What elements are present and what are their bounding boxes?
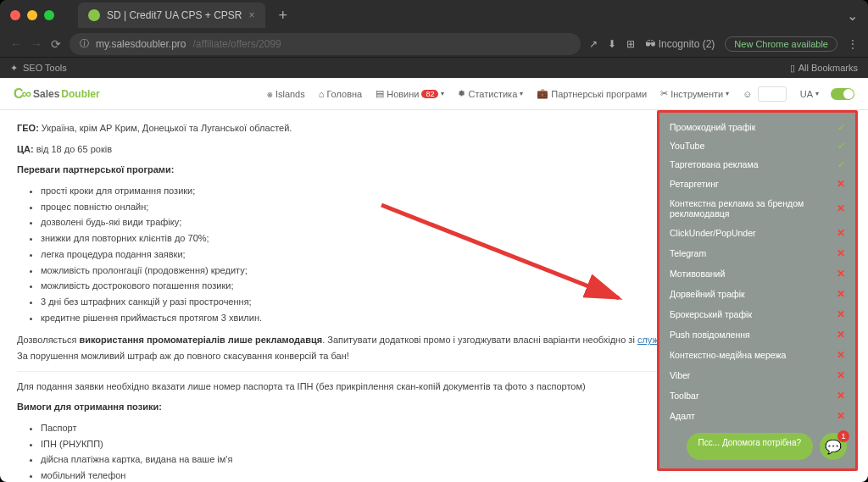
nav-lang[interactable]: UA▾	[793, 89, 826, 99]
cross-icon: ✕	[837, 308, 845, 320]
logo[interactable]: C∞ SalesDoubler	[14, 86, 100, 102]
traffic-type-label: Адалт	[670, 411, 695, 421]
site-info-icon[interactable]: ⓘ	[80, 37, 89, 50]
traffic-type-label: Toolbar	[670, 391, 698, 401]
traffic-type-label: Мотивований	[670, 269, 725, 279]
incognito-icon: 🕶	[645, 38, 655, 50]
new-tab-button[interactable]: +	[279, 7, 288, 25]
cross-icon: ✕	[837, 329, 845, 341]
traffic-type-label: ClickUnder/PopUnder	[670, 228, 756, 238]
chevron-down-icon[interactable]: ⌄	[847, 8, 858, 24]
traffic-type-label: Telegram	[670, 248, 706, 258]
traffic-type-label: Viber	[670, 370, 690, 380]
traffic-type-row: Toolbar✕	[659, 385, 855, 406]
traffic-type-row: Адалт✕	[659, 406, 855, 426]
window-minimize-button[interactable]	[27, 10, 37, 20]
nav-forward-button[interactable]: →	[31, 37, 42, 51]
chat-button[interactable]: 💬 1	[820, 433, 847, 460]
url-host: my.salesdoubler.pro	[96, 38, 186, 50]
cross-icon: ✕	[837, 247, 845, 259]
traffic-type-row: Ретаргетинг✕	[659, 174, 855, 194]
nav-islands[interactable]: ⎈Islands	[260, 89, 312, 99]
traffic-type-row: YouTube✓	[659, 136, 855, 155]
url-path: /affiliate/offers/2099	[193, 38, 281, 50]
chat-badge: 1	[837, 430, 849, 442]
download-icon[interactable]: ⬇	[608, 38, 616, 50]
nav-reload-button[interactable]: ⟳	[51, 37, 61, 51]
nav-home[interactable]: ⌂Головна	[312, 89, 369, 99]
cross-icon: ✕	[837, 202, 845, 214]
tab-close-icon[interactable]: ×	[249, 9, 255, 21]
check-icon: ✓	[837, 141, 845, 151]
user-icon: ☺	[743, 89, 752, 99]
logo-icon: C∞	[14, 86, 30, 102]
bookmarks-bar: ✦ SEO Tools ▯ All Bookmarks	[0, 58, 868, 78]
traffic-type-label: YouTube	[670, 141, 704, 151]
traffic-type-label: Промокодний трафік	[670, 122, 755, 132]
window-maximize-button[interactable]	[44, 10, 54, 20]
menu-icon[interactable]: ⋮	[848, 38, 858, 50]
briefcase-icon: 💼	[537, 88, 548, 99]
nav-partner[interactable]: 💼Партнерські програми	[530, 88, 654, 99]
site-topnav: C∞ SalesDoubler ⎈Islands ⌂Головна ▤Новин…	[0, 78, 868, 110]
traffic-type-label: Push повідомлення	[670, 330, 750, 340]
chart-icon: ✹	[458, 88, 465, 99]
check-icon: ✓	[837, 122, 845, 132]
cross-icon: ✕	[837, 410, 845, 422]
nav-news[interactable]: ▤Новини 82▾	[369, 88, 451, 99]
url-input[interactable]: ⓘ my.salesdoubler.pro/affiliate/offers/2…	[70, 33, 581, 55]
home-icon: ⌂	[319, 89, 325, 99]
address-bar: ← → ⟳ ⓘ my.salesdoubler.pro/affiliate/of…	[0, 30, 868, 58]
nav-stats[interactable]: ✹Статистика▾	[451, 88, 530, 99]
traffic-types-panel: Промокодний трафік✓YouTube✓Таргетована р…	[657, 110, 858, 471]
traffic-type-row: Push повідомлення✕	[659, 324, 855, 345]
wrench-icon: ✂	[660, 88, 668, 99]
window-close-button[interactable]	[10, 10, 20, 20]
browser-tab[interactable]: SD | Credit7 UA CPS + CPSR ×	[78, 3, 265, 28]
help-button[interactable]: Псс... Допомога потрібна?	[687, 433, 813, 460]
update-button[interactable]: New Chrome available	[725, 36, 837, 52]
traffic-type-label: Брокерський трафік	[670, 309, 752, 319]
traffic-type-row: Viber✕	[659, 365, 855, 385]
tab-favicon	[88, 9, 100, 21]
traffic-type-row: Контекстно-медійна мережа✕	[659, 345, 855, 365]
cross-icon: ✕	[837, 227, 845, 239]
anchor-icon: ⎈	[267, 89, 273, 99]
traffic-type-row: Промокодний трафік✓	[659, 118, 855, 136]
nav-tools[interactable]: ✂Інструменти▾	[654, 88, 736, 99]
check-icon: ✓	[837, 159, 845, 169]
cross-icon: ✕	[837, 288, 845, 300]
extensions-icon[interactable]: ⊞	[626, 38, 635, 50]
traffic-type-row: ClickUnder/PopUnder✕	[659, 223, 855, 243]
cross-icon: ✕	[837, 390, 845, 402]
nav-back-button[interactable]: ←	[10, 37, 22, 51]
traffic-type-row: Дорвейний трафік✕	[659, 284, 855, 304]
theme-toggle[interactable]	[831, 88, 854, 100]
extension-icon[interactable]: ✦	[10, 63, 18, 74]
share-icon[interactable]: ↗	[589, 38, 598, 50]
traffic-type-row: Контекстна реклама за брендом рекламодав…	[659, 194, 855, 223]
traffic-type-label: Дорвейний трафік	[670, 289, 745, 299]
incognito-badge[interactable]: 🕶 Incognito (2)	[645, 38, 715, 50]
cross-icon: ✕	[837, 178, 845, 190]
nav-user[interactable]: ☺	[736, 86, 793, 102]
traffic-type-label: Контекстна реклама за брендом рекламодав…	[670, 198, 837, 219]
cross-icon: ✕	[837, 349, 845, 361]
cross-icon: ✕	[837, 268, 845, 280]
traffic-type-row: Telegram✕	[659, 243, 855, 263]
cross-icon: ✕	[837, 369, 845, 381]
folder-icon: ▯	[790, 63, 795, 74]
news-icon: ▤	[376, 88, 384, 99]
traffic-type-label: Ретаргетинг	[670, 179, 719, 189]
bookmark-seo-tools[interactable]: SEO Tools	[23, 63, 67, 73]
news-badge: 82	[421, 90, 438, 98]
window-titlebar: SD | Credit7 UA CPS + CPSR × + ⌄	[0, 0, 868, 30]
traffic-type-row: Мотивований✕	[659, 263, 855, 284]
traffic-type-label: Контекстно-медійна мережа	[670, 350, 786, 360]
traffic-type-row: Брокерський трафік✕	[659, 304, 855, 324]
traffic-type-row: Таргетована реклама✓	[659, 155, 855, 174]
traffic-type-label: Таргетована реклама	[670, 159, 759, 169]
tab-title: SD | Credit7 UA CPS + CPSR	[107, 9, 242, 21]
all-bookmarks-button[interactable]: All Bookmarks	[798, 63, 858, 73]
